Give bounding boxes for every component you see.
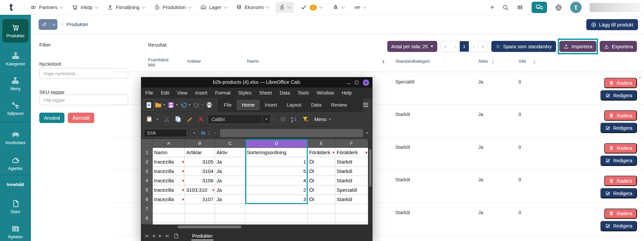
topbar-menu-produktion[interactable]: Produktion: [154, 4, 191, 10]
topbar-menu-lager[interactable]: Lager: [200, 4, 227, 10]
chevron-down-icon[interactable]: [176, 104, 178, 106]
cell-D7[interactable]: [245, 204, 308, 214]
cell-E3[interactable]: Öl: [308, 167, 335, 176]
edit-button[interactable]: Redigera: [600, 188, 637, 198]
calc-titlebar[interactable]: b2b-products (4).xlsx — LibreOffice Calc…: [141, 77, 372, 87]
cell-B1[interactable]: Artiklar: [185, 148, 215, 157]
column-header-f[interactable]: F: [335, 139, 368, 148]
column-header-e[interactable]: E: [308, 139, 335, 148]
avatar[interactable]: t: [570, 2, 582, 13]
row-header-7[interactable]: 7: [141, 204, 153, 214]
chevron-down-icon[interactable]: [50, 24, 57, 25]
scroll-up-icon[interactable]: ▲: [638, 75, 642, 79]
app-logo[interactable]: t: [9, 0, 13, 15]
overflow-chevrons-icon[interactable]: »: [273, 117, 276, 122]
calc-tab-review[interactable]: Review: [327, 100, 352, 110]
add-icon[interactable]: +: [490, 3, 494, 12]
delete-button[interactable]: Radera: [604, 110, 637, 121]
chevron-down-icon[interactable]: [262, 115, 270, 124]
calc-menu-view[interactable]: View: [177, 90, 187, 96]
column-header-b[interactable]: B: [185, 139, 215, 148]
calc-tab-insert[interactable]: Insert: [260, 100, 281, 110]
cell-C2[interactable]: Ja: [215, 157, 245, 167]
row-header-8[interactable]: 8: [141, 214, 153, 223]
sidebar-item-produkter[interactable]: Produkter: [2, 19, 29, 43]
cell-A7[interactable]: [153, 204, 185, 214]
cell-D5[interactable]: 2: [245, 185, 308, 195]
cell-C7[interactable]: [215, 204, 245, 214]
sidebar-item-kategorier[interactable]: Kategorier: [6, 52, 25, 66]
add-sheet-icon[interactable]: [174, 233, 179, 239]
reset-filter-button[interactable]: Återställ: [68, 113, 94, 123]
sidebar-item-nyheter[interactable]: Nyheter: [8, 225, 23, 239]
cell-C1[interactable]: Aktiv: [215, 148, 245, 157]
sidebar-item-användare[interactable]: Användare: [5, 131, 26, 145]
calc-vertical-scrollbar[interactable]: [368, 139, 372, 225]
cell-F1[interactable]: Förälderk: [335, 148, 368, 157]
cell-E6[interactable]: Öl: [308, 195, 335, 204]
print-icon[interactable]: [205, 100, 214, 110]
topbar-menu-inköp[interactable]: Inköp: [72, 4, 98, 10]
delete-button[interactable]: Radera: [604, 78, 637, 88]
select-all-corner[interactable]: [141, 139, 153, 148]
calc-tab-data[interactable]: Data: [307, 100, 326, 110]
export-button[interactable]: Exportera: [600, 41, 637, 52]
cell-B3[interactable]: 3104: [185, 167, 215, 176]
first-sheet-icon[interactable]: |◀: [145, 234, 148, 238]
save-default-view-button[interactable]: ☆ Spara som standardvy: [491, 41, 556, 52]
menu-dropdown[interactable]: Menu: [314, 117, 331, 122]
last-sheet-icon[interactable]: ▶|: [166, 234, 169, 238]
redo-icon[interactable]: [192, 100, 201, 110]
autofilter-icon[interactable]: [301, 114, 310, 124]
cell-A5[interactable]: tracezilla: [153, 185, 185, 195]
cell-E8[interactable]: [308, 214, 335, 223]
maximize-icon[interactable]: [355, 81, 358, 84]
edit-button[interactable]: Redigera: [600, 156, 637, 166]
copy-icon[interactable]: [174, 114, 183, 124]
cell-C4[interactable]: Ja: [215, 176, 245, 185]
sidebar-item-sidor[interactable]: Sidor: [10, 200, 20, 214]
calc-menu-format[interactable]: Format: [215, 90, 231, 96]
col-name[interactable]: Namn: [247, 59, 259, 64]
column-header-c[interactable]: C: [215, 139, 245, 148]
calc-menu-tools[interactable]: Tools: [298, 90, 309, 96]
cell-D3[interactable]: 5: [245, 167, 308, 176]
cell-B7[interactable]: [185, 204, 215, 214]
cell-F7[interactable]: [335, 204, 368, 214]
delete-button[interactable]: Radera: [604, 208, 637, 219]
col-weight[interactable]: Vikt: [518, 59, 526, 64]
cell-B6[interactable]: 3107: [185, 195, 215, 204]
edit-button[interactable]: Redigera: [600, 221, 637, 231]
edit-button[interactable]: Redigera: [600, 123, 637, 133]
cell-A3[interactable]: tracezilla: [153, 167, 185, 176]
chevron-down-icon[interactable]: [190, 129, 198, 137]
delete-button[interactable]: Radera: [604, 176, 637, 186]
save-icon[interactable]: [166, 100, 176, 110]
cell-E5[interactable]: Öl: [308, 185, 335, 195]
cell-E2[interactable]: Öl: [308, 157, 335, 167]
cell-A2[interactable]: tracezilla: [153, 157, 185, 167]
topbar-menu-partners[interactable]: Partners: [30, 4, 63, 10]
cell-A4[interactable]: tracezilla: [153, 176, 185, 185]
cell-D4[interactable]: 4: [245, 176, 308, 185]
calc-tab-file[interactable]: File: [219, 100, 236, 110]
cell-A1[interactable]: Namn: [153, 148, 185, 157]
calc-menu-data[interactable]: Data: [280, 90, 290, 96]
new-document-icon[interactable]: [144, 100, 154, 110]
breadcrumb-current[interactable]: Produkter: [66, 21, 88, 27]
sheet-tab-produkter[interactable]: Produkter: [191, 232, 214, 240]
sidebar-item-meny[interactable]: Meny: [10, 77, 21, 91]
paste-icon[interactable]: [145, 114, 154, 124]
row-header-2[interactable]: 2: [141, 157, 153, 167]
cell-F4[interactable]: Starköl: [335, 176, 368, 185]
topbar-tool-link[interactable]: [351, 2, 369, 13]
cell-E1[interactable]: Förälderk: [308, 148, 335, 157]
hyperlink-icon[interactable]: @: [278, 114, 287, 124]
chevron-down-icon[interactable]: [189, 104, 191, 106]
minimize-icon[interactable]: [347, 83, 351, 84]
calc-menu-sheet[interactable]: Sheet: [259, 90, 272, 96]
cell-B2[interactable]: 3105: [185, 157, 215, 167]
sum-icon[interactable]: Σ: [208, 130, 211, 136]
topbar-menu-försäljning[interactable]: Försäljning: [107, 4, 145, 10]
barcode-icon[interactable]: [517, 4, 524, 10]
